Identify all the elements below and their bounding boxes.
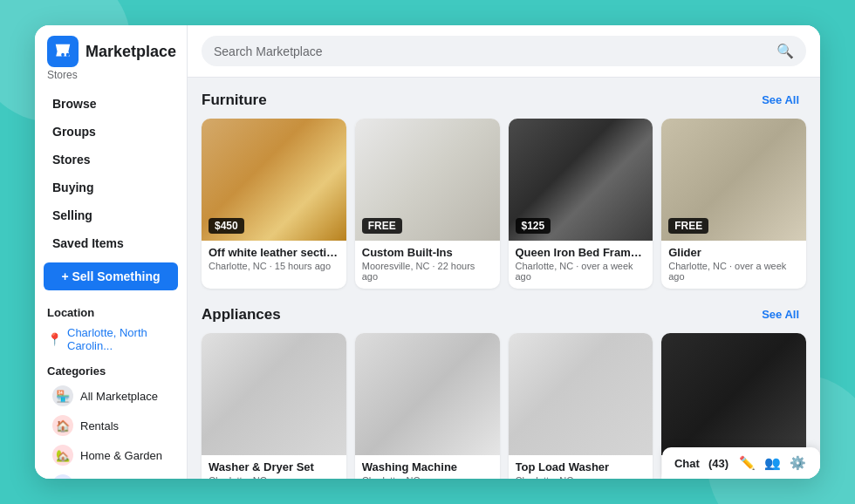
furniture-img-3: FREE [661, 119, 806, 241]
category-all-label: All Marketplace [80, 390, 158, 403]
furniture-info-2: Queen Iron Bed Frame with Foot... Charlo… [509, 241, 653, 289]
furniture-meta-3: Charlotte, NC · over a week ago [668, 261, 799, 282]
furniture-info-3: Glider Charlotte, NC · over a week ago [661, 241, 806, 289]
category-home-label: Home & Garden [80, 449, 162, 462]
furniture-meta-0: Charlotte, NC · 15 hours ago [209, 261, 339, 271]
furniture-name-1: Custom Built-Ins [362, 246, 493, 259]
chat-bar[interactable]: Chat (43) ✏️ 👥 ⚙️ [662, 447, 820, 479]
appliance-name-1: Washing Machine [362, 460, 493, 473]
nav-buying[interactable]: Buying [40, 174, 181, 201]
appliance-meta-2: Charlotte, NC [516, 475, 646, 479]
categories-title: Categories [35, 359, 187, 381]
sell-something-button[interactable]: + Sell Something [44, 262, 178, 290]
furniture-section-title: Furniture [202, 92, 267, 109]
chat-settings-button[interactable]: ⚙️ [788, 453, 808, 473]
furniture-price-2: $125 [516, 218, 551, 234]
furniture-name-3: Glider [668, 246, 799, 259]
chat-compose-button[interactable]: ✏️ [737, 453, 757, 473]
main-content: 🔍 Furniture See All $450 Off white leath… [188, 25, 820, 479]
sidebar: Marketplace Stores Browse Groups Stores … [35, 25, 188, 479]
category-all-marketplace[interactable]: 🏪 All Marketplace [40, 381, 181, 411]
furniture-card-3[interactable]: FREE Glider Charlotte, NC · over a week … [661, 119, 806, 289]
furniture-img-2: $125 [509, 119, 653, 241]
chat-actions: ✏️ 👥 ⚙️ [737, 453, 808, 473]
marketplace-title: Marketplace [86, 43, 176, 61]
furniture-see-all-button[interactable]: See All [755, 90, 806, 110]
appliance-photo-0 [202, 333, 346, 455]
category-vehicles-icon: 🚗 [52, 474, 73, 479]
appliances-section-title: Appliances [202, 306, 281, 324]
nav-saved[interactable]: Saved Items [40, 229, 181, 257]
appliance-meta-1: Charlotte, NC [362, 475, 493, 479]
nav-browse[interactable]: Browse [40, 90, 181, 118]
search-input[interactable] [214, 44, 770, 58]
chat-group-button[interactable]: 👥 [763, 453, 783, 473]
furniture-meta-2: Charlotte, NC · over a week ago [516, 261, 646, 282]
furniture-meta-1: Mooresville, NC · 22 hours ago [362, 261, 493, 282]
appliances-see-all-button[interactable]: See All [755, 304, 806, 324]
appliance-info-1: Washing Machine Charlotte, NC [355, 455, 500, 479]
appliance-photo-3 [661, 333, 806, 455]
category-home-garden[interactable]: 🏡 Home & Garden [40, 440, 181, 470]
category-rentals-icon: 🏠 [52, 415, 73, 436]
location-icon: 📍 [47, 332, 62, 346]
appliance-img-0 [202, 333, 346, 455]
furniture-card-0[interactable]: $450 Off white leather sectional in ex..… [202, 119, 346, 289]
furniture-img-1: FREE [355, 119, 500, 241]
location-selector[interactable]: 📍 Charlotte, North Carolin... [35, 323, 187, 359]
furniture-name-0: Off white leather sectional in ex... [209, 246, 339, 259]
furniture-price-1: FREE [362, 218, 402, 234]
location-section-title: Location [35, 299, 187, 323]
appliance-img-3 [661, 333, 806, 455]
appliance-info-0: Washer & Dryer Set Charlotte, NC [202, 455, 346, 479]
stores-link[interactable]: Stores [35, 69, 187, 88]
furniture-name-2: Queen Iron Bed Frame with Foot... [516, 246, 646, 259]
category-home-icon: 🏡 [52, 445, 73, 466]
appliance-card-1[interactable]: Washing Machine Charlotte, NC [355, 333, 500, 479]
furniture-section-header: Furniture See All [202, 90, 806, 110]
furniture-price-3: FREE [668, 218, 708, 234]
appliances-section-header: Appliances See All [202, 304, 806, 324]
location-value: Charlotte, North Carolin... [67, 326, 174, 352]
category-vehicles-label: Vehicles [80, 479, 122, 480]
furniture-info-1: Custom Built-Ins Mooresville, NC · 22 ho… [355, 241, 500, 289]
appliance-name-2: Top Load Washer [516, 460, 646, 473]
furniture-img-0: $450 [202, 119, 346, 241]
appliance-img-1 [355, 333, 500, 455]
search-button[interactable]: 🔍 [776, 43, 794, 59]
furniture-card-1[interactable]: FREE Custom Built-Ins Mooresville, NC · … [355, 119, 500, 289]
appliance-card-0[interactable]: Washer & Dryer Set Charlotte, NC [202, 333, 346, 479]
chat-label: Chat [674, 457, 700, 470]
sidebar-nav: Browse Groups Stores Buying Selling Save… [35, 88, 187, 259]
furniture-info-0: Off white leather sectional in ex... Cha… [202, 241, 346, 278]
marketplace-icon [47, 36, 79, 67]
appliance-photo-1 [355, 333, 500, 455]
appliance-img-2 [509, 333, 653, 455]
nav-groups[interactable]: Groups [40, 118, 181, 146]
nav-stores[interactable]: Stores [40, 146, 181, 174]
appliance-name-0: Washer & Dryer Set [209, 460, 339, 473]
category-rentals-label: Rentals [80, 419, 119, 432]
sidebar-header: Marketplace [35, 25, 187, 69]
furniture-card-2[interactable]: $125 Queen Iron Bed Frame with Foot... C… [509, 119, 653, 289]
appliance-card-2[interactable]: Top Load Washer Charlotte, NC [509, 333, 653, 479]
furniture-product-grid: $450 Off white leather sectional in ex..… [202, 119, 806, 289]
nav-selling[interactable]: Selling [40, 201, 181, 229]
category-vehicles[interactable]: 🚗 Vehicles [40, 470, 181, 479]
search-input-wrap: 🔍 [202, 36, 806, 66]
search-bar-area: 🔍 [188, 25, 820, 78]
appliance-meta-0: Charlotte, NC [209, 475, 339, 479]
category-rentals[interactable]: 🏠 Rentals [40, 411, 181, 440]
appliance-photo-2 [509, 333, 653, 455]
furniture-price-0: $450 [209, 218, 244, 234]
chat-count: (43) [708, 457, 728, 470]
category-all-icon: 🏪 [52, 385, 73, 406]
content-area: Furniture See All $450 Off white leather… [188, 78, 820, 479]
main-window: Marketplace Stores Browse Groups Stores … [35, 25, 820, 479]
appliance-info-2: Top Load Washer Charlotte, NC [509, 455, 653, 479]
